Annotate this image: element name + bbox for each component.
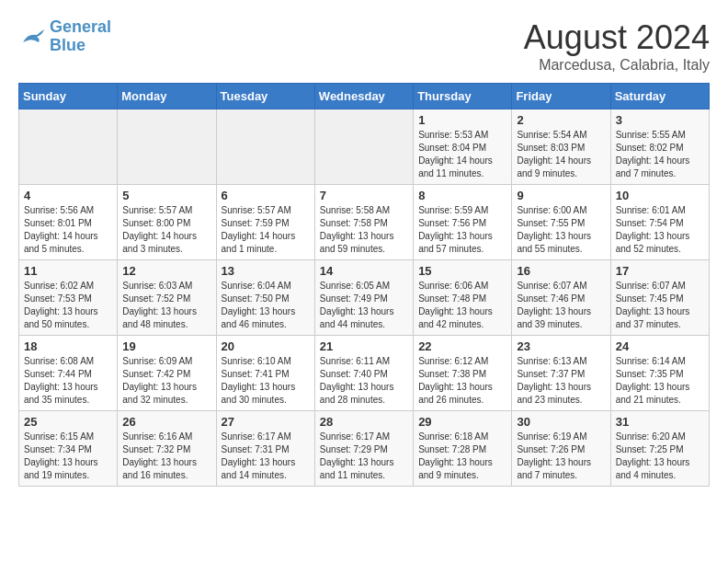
calendar-cell: 12Sunrise: 6:03 AM Sunset: 7:52 PM Dayli… bbox=[118, 260, 216, 336]
week-row-3: 11Sunrise: 6:02 AM Sunset: 7:53 PM Dayli… bbox=[19, 260, 710, 336]
day-number: 10 bbox=[616, 189, 704, 202]
calendar-cell: 6Sunrise: 5:57 AM Sunset: 7:59 PM Daylig… bbox=[216, 185, 314, 260]
day-info: Sunrise: 6:05 AM Sunset: 7:49 PM Dayligh… bbox=[320, 280, 408, 331]
day-number: 16 bbox=[517, 264, 605, 278]
day-number: 29 bbox=[418, 415, 506, 429]
calendar-cell: 3Sunrise: 5:55 AM Sunset: 8:02 PM Daylig… bbox=[610, 109, 709, 185]
calendar-cell bbox=[118, 109, 216, 185]
location-subtitle: Marcedusa, Calabria, Italy bbox=[524, 57, 710, 74]
day-number: 20 bbox=[222, 339, 310, 353]
calendar-cell: 22Sunrise: 6:12 AM Sunset: 7:38 PM Dayli… bbox=[414, 336, 512, 411]
weekday-header-row: SundayMondayTuesdayWednesdayThursdayFrid… bbox=[19, 84, 710, 109]
day-info: Sunrise: 6:00 AM Sunset: 7:55 PM Dayligh… bbox=[517, 204, 605, 256]
day-number: 12 bbox=[122, 264, 210, 278]
day-info: Sunrise: 6:12 AM Sunset: 7:38 PM Dayligh… bbox=[418, 355, 506, 407]
day-number: 17 bbox=[616, 264, 704, 278]
day-info: Sunrise: 6:09 AM Sunset: 7:42 PM Dayligh… bbox=[122, 355, 210, 407]
title-block: August 2024 Marcedusa, Calabria, Italy bbox=[524, 18, 710, 74]
calendar-cell: 29Sunrise: 6:18 AM Sunset: 7:28 PM Dayli… bbox=[414, 411, 512, 487]
calendar-table: SundayMondayTuesdayWednesdayThursdayFrid… bbox=[18, 83, 710, 487]
day-number: 25 bbox=[24, 415, 112, 429]
day-number: 18 bbox=[24, 339, 112, 353]
day-number: 3 bbox=[616, 113, 704, 127]
calendar-cell: 21Sunrise: 6:11 AM Sunset: 7:40 PM Dayli… bbox=[314, 336, 413, 411]
calendar-cell bbox=[216, 109, 314, 185]
calendar-cell: 2Sunrise: 5:54 AM Sunset: 8:03 PM Daylig… bbox=[512, 109, 610, 185]
day-number: 4 bbox=[24, 189, 112, 202]
day-number: 19 bbox=[122, 339, 210, 353]
day-info: Sunrise: 5:54 AM Sunset: 8:03 PM Dayligh… bbox=[517, 129, 605, 180]
day-number: 26 bbox=[122, 415, 210, 429]
week-row-2: 4Sunrise: 5:56 AM Sunset: 8:01 PM Daylig… bbox=[19, 185, 710, 260]
day-number: 14 bbox=[320, 264, 408, 278]
calendar-cell: 31Sunrise: 6:20 AM Sunset: 7:25 PM Dayli… bbox=[610, 411, 709, 487]
day-number: 23 bbox=[517, 339, 605, 353]
calendar-cell: 11Sunrise: 6:02 AM Sunset: 7:53 PM Dayli… bbox=[19, 260, 118, 336]
calendar-cell: 7Sunrise: 5:58 AM Sunset: 7:58 PM Daylig… bbox=[314, 185, 413, 260]
day-number: 11 bbox=[24, 264, 112, 278]
day-info: Sunrise: 6:11 AM Sunset: 7:40 PM Dayligh… bbox=[320, 355, 408, 407]
day-info: Sunrise: 5:56 AM Sunset: 8:01 PM Dayligh… bbox=[24, 204, 112, 256]
weekday-header-friday: Friday bbox=[512, 84, 610, 109]
calendar-cell: 4Sunrise: 5:56 AM Sunset: 8:01 PM Daylig… bbox=[19, 185, 118, 260]
day-info: Sunrise: 6:13 AM Sunset: 7:37 PM Dayligh… bbox=[517, 355, 605, 407]
calendar-cell: 24Sunrise: 6:14 AM Sunset: 7:35 PM Dayli… bbox=[610, 336, 709, 411]
day-info: Sunrise: 5:58 AM Sunset: 7:58 PM Dayligh… bbox=[320, 204, 408, 256]
day-info: Sunrise: 5:59 AM Sunset: 7:56 PM Dayligh… bbox=[418, 204, 506, 256]
day-number: 7 bbox=[320, 189, 408, 202]
day-number: 27 bbox=[222, 415, 310, 429]
week-row-4: 18Sunrise: 6:08 AM Sunset: 7:44 PM Dayli… bbox=[19, 336, 710, 411]
calendar-cell: 30Sunrise: 6:19 AM Sunset: 7:26 PM Dayli… bbox=[512, 411, 610, 487]
day-info: Sunrise: 6:06 AM Sunset: 7:48 PM Dayligh… bbox=[418, 280, 506, 331]
day-number: 21 bbox=[320, 339, 408, 353]
day-number: 8 bbox=[418, 189, 506, 202]
month-year-title: August 2024 bbox=[524, 18, 710, 57]
weekday-header-tuesday: Tuesday bbox=[216, 84, 314, 109]
day-info: Sunrise: 6:10 AM Sunset: 7:41 PM Dayligh… bbox=[222, 355, 310, 407]
day-info: Sunrise: 6:02 AM Sunset: 7:53 PM Dayligh… bbox=[24, 280, 112, 331]
day-info: Sunrise: 6:01 AM Sunset: 7:54 PM Dayligh… bbox=[616, 204, 704, 256]
day-info: Sunrise: 6:17 AM Sunset: 7:31 PM Dayligh… bbox=[222, 431, 310, 482]
day-number: 13 bbox=[222, 264, 310, 278]
page-header: GeneralBlue August 2024 Marcedusa, Calab… bbox=[18, 18, 710, 74]
calendar-cell: 23Sunrise: 6:13 AM Sunset: 7:37 PM Dayli… bbox=[512, 336, 610, 411]
calendar-cell bbox=[19, 109, 118, 185]
day-info: Sunrise: 6:17 AM Sunset: 7:29 PM Dayligh… bbox=[320, 431, 408, 482]
weekday-header-wednesday: Wednesday bbox=[314, 84, 413, 109]
logo-icon bbox=[18, 26, 46, 48]
day-info: Sunrise: 6:15 AM Sunset: 7:34 PM Dayligh… bbox=[24, 431, 112, 482]
day-number: 5 bbox=[122, 189, 210, 202]
calendar-cell: 26Sunrise: 6:16 AM Sunset: 7:32 PM Dayli… bbox=[118, 411, 216, 487]
day-info: Sunrise: 6:16 AM Sunset: 7:32 PM Dayligh… bbox=[122, 431, 210, 482]
day-info: Sunrise: 5:55 AM Sunset: 8:02 PM Dayligh… bbox=[616, 129, 704, 180]
calendar-cell: 28Sunrise: 6:17 AM Sunset: 7:29 PM Dayli… bbox=[314, 411, 413, 487]
day-info: Sunrise: 6:04 AM Sunset: 7:50 PM Dayligh… bbox=[222, 280, 310, 331]
calendar-cell: 19Sunrise: 6:09 AM Sunset: 7:42 PM Dayli… bbox=[118, 336, 216, 411]
day-number: 9 bbox=[517, 189, 605, 202]
day-number: 31 bbox=[616, 415, 704, 429]
week-row-1: 1Sunrise: 5:53 AM Sunset: 8:04 PM Daylig… bbox=[19, 109, 710, 185]
day-info: Sunrise: 6:20 AM Sunset: 7:25 PM Dayligh… bbox=[616, 431, 704, 482]
day-info: Sunrise: 5:53 AM Sunset: 8:04 PM Dayligh… bbox=[418, 129, 506, 180]
day-info: Sunrise: 6:18 AM Sunset: 7:28 PM Dayligh… bbox=[418, 431, 506, 482]
day-info: Sunrise: 5:57 AM Sunset: 8:00 PM Dayligh… bbox=[122, 204, 210, 256]
weekday-header-sunday: Sunday bbox=[19, 84, 118, 109]
day-info: Sunrise: 6:03 AM Sunset: 7:52 PM Dayligh… bbox=[122, 280, 210, 331]
calendar-cell: 8Sunrise: 5:59 AM Sunset: 7:56 PM Daylig… bbox=[414, 185, 512, 260]
calendar-cell: 27Sunrise: 6:17 AM Sunset: 7:31 PM Dayli… bbox=[216, 411, 314, 487]
day-info: Sunrise: 5:57 AM Sunset: 7:59 PM Dayligh… bbox=[222, 204, 310, 256]
day-number: 22 bbox=[418, 339, 506, 353]
calendar-cell: 10Sunrise: 6:01 AM Sunset: 7:54 PM Dayli… bbox=[610, 185, 709, 260]
logo-text: GeneralBlue bbox=[50, 18, 111, 55]
weekday-header-saturday: Saturday bbox=[610, 84, 709, 109]
day-info: Sunrise: 6:07 AM Sunset: 7:46 PM Dayligh… bbox=[517, 280, 605, 331]
day-number: 15 bbox=[418, 264, 506, 278]
calendar-cell: 18Sunrise: 6:08 AM Sunset: 7:44 PM Dayli… bbox=[19, 336, 118, 411]
day-number: 1 bbox=[418, 113, 506, 127]
calendar-cell: 16Sunrise: 6:07 AM Sunset: 7:46 PM Dayli… bbox=[512, 260, 610, 336]
day-info: Sunrise: 6:08 AM Sunset: 7:44 PM Dayligh… bbox=[24, 355, 112, 407]
calendar-cell: 5Sunrise: 5:57 AM Sunset: 8:00 PM Daylig… bbox=[118, 185, 216, 260]
calendar-cell: 9Sunrise: 6:00 AM Sunset: 7:55 PM Daylig… bbox=[512, 185, 610, 260]
weekday-header-thursday: Thursday bbox=[414, 84, 512, 109]
calendar-cell: 20Sunrise: 6:10 AM Sunset: 7:41 PM Dayli… bbox=[216, 336, 314, 411]
